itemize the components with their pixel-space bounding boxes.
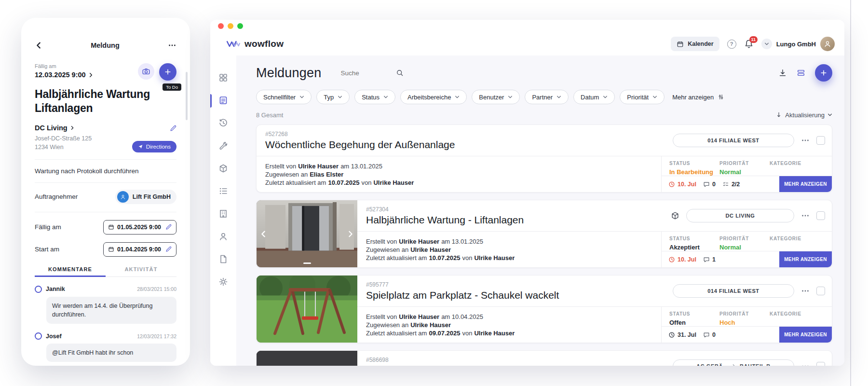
status-column-header: STATUS — [669, 311, 719, 317]
workspace-badge[interactable]: DC LIVING — [686, 209, 794, 222]
status-column-header: STATUS — [669, 161, 719, 166]
detail-menu-button[interactable] — [168, 41, 176, 50]
notification-count-badge: 11 — [749, 36, 758, 43]
more-filters-label: Mehr anzeigen — [672, 94, 714, 101]
due-date-link[interactable]: 12.03.2025 9:00 — [35, 71, 94, 79]
sidebar-item-users[interactable] — [218, 232, 228, 241]
card-checkbox[interactable] — [816, 287, 825, 295]
mehr-anzeigen-button[interactable]: MEHR ANZEIGEN — [779, 327, 832, 343]
file-icon — [218, 254, 228, 264]
comment-timestamp: 28/03/2021 15:00 — [137, 286, 176, 292]
workspace-badge[interactable]: 014 FILIALE WEST — [673, 284, 794, 298]
sidebar-item-meldungen[interactable] — [218, 96, 228, 105]
checklist-count: 2/2 — [722, 181, 740, 188]
card-checkbox[interactable] — [816, 211, 825, 220]
mehr-anzeigen-button[interactable]: MEHR ANZEIGEN — [779, 251, 832, 268]
filter-typ[interactable]: Typ — [316, 90, 350, 104]
meldung-card[interactable]: #586698 Jährliche Überprüfung - Rolltore… — [256, 350, 832, 366]
meldung-card[interactable]: #527268 Wöchentliche Begehung der Außena… — [256, 124, 832, 193]
ellipsis-icon — [801, 287, 810, 295]
priority-column-header: PRIORITÄT — [719, 161, 770, 166]
asset-cube-icon[interactable] — [671, 211, 679, 220]
sidebar-item-tools[interactable] — [218, 141, 228, 151]
card-checkbox[interactable] — [816, 362, 825, 366]
meldungen-icon — [218, 96, 228, 105]
directions-button[interactable]: Directions — [132, 141, 176, 152]
start-date-field-row: Start am 01.04.2025 9:00 — [35, 242, 176, 257]
status-value: In Bearbeitung — [669, 168, 719, 176]
sidebar-item-documents[interactable] — [218, 254, 228, 264]
card-menu-button[interactable] — [801, 211, 810, 220]
view-toggle-button[interactable] — [797, 69, 805, 77]
location-block[interactable]: DC Living Josef-DC-Straße 125 1234 Wien … — [35, 124, 176, 152]
priority-value: Hoch — [719, 319, 770, 326]
kalender-button[interactable]: Kalender — [671, 37, 719, 51]
search-input[interactable] — [340, 69, 391, 77]
meldung-card[interactable]: #527304 Halbjährliche Wartung - Liftanla… — [256, 200, 832, 268]
back-button[interactable] — [35, 41, 42, 49]
create-meldung-button[interactable] — [815, 64, 832, 82]
pencil-icon[interactable] — [165, 246, 172, 252]
priority-column-header: PRIORITÄT — [719, 311, 770, 317]
filter-prioritaet[interactable]: Priorität — [620, 90, 665, 104]
add-button[interactable] — [159, 63, 176, 81]
filter-arbeitsbereiche[interactable]: Arbeitsbereiche — [400, 90, 467, 104]
sidebar-item-assets[interactable] — [218, 164, 228, 173]
card-menu-button[interactable] — [801, 362, 810, 366]
sidebar-item-dashboard[interactable] — [218, 73, 228, 83]
priority-value: Normal — [719, 168, 770, 176]
notifications-button[interactable]: 11 — [744, 39, 754, 49]
tab-aktivitaet[interactable]: AKTIVITÄT — [106, 266, 176, 276]
sidebar-item-settings[interactable] — [218, 277, 228, 287]
meldungen-page: Meldungen Schnellfilter Typ Status — [236, 55, 844, 366]
card-menu-button[interactable] — [801, 287, 810, 295]
field-value: 01.04.2025 9:00 — [117, 246, 163, 253]
category-column-header: KATEGORIE — [770, 161, 820, 166]
sort-control[interactable]: Aktualisierung — [775, 111, 832, 119]
chevron-right-icon — [70, 125, 75, 130]
start-date-input[interactable]: 01.04.2025 9:00 — [103, 242, 176, 257]
filter-status[interactable]: Status — [354, 90, 395, 104]
meldung-card[interactable]: #595777 Spielplatz am Parkplatz - Schauk… — [256, 275, 832, 343]
tools-icon — [218, 141, 228, 151]
account-menu[interactable]: Lungo GmbH — [761, 37, 835, 51]
filter-schnellfilter[interactable]: Schnellfilter — [256, 90, 312, 104]
workspace-badge[interactable]: 014 FILIALE WEST — [673, 134, 794, 147]
sidebar-item-objects[interactable] — [218, 209, 228, 219]
meldung-title: Wöchentliche Begehung der Außenanlage — [265, 139, 455, 151]
tab-kommentare[interactable]: KOMMENTARE — [35, 266, 106, 276]
zoom-window-button[interactable] — [237, 23, 243, 29]
meta-created: Erstellt vonUlrike Hauseram 13.01.2025 — [366, 238, 654, 245]
sliders-icon — [718, 94, 724, 100]
more-filters-button[interactable]: Mehr anzeigen — [672, 94, 724, 101]
help-icon[interactable]: ? — [727, 40, 736, 49]
workspace-badge-label: 014 FILIALE WEST — [707, 288, 759, 294]
comment-avatar — [35, 286, 42, 293]
card-checkbox[interactable] — [816, 136, 825, 145]
filter-partner[interactable]: Partner — [525, 90, 569, 104]
camera-button[interactable] — [138, 63, 154, 80]
workspace-breadcrumb-badge[interactable]: AC GEBÄ... BAUTEIL B — [673, 359, 794, 366]
mehr-anzeigen-button[interactable]: MEHR ANZEIGEN — [779, 176, 832, 193]
search-icon[interactable] — [396, 69, 404, 77]
edit-location-button[interactable] — [170, 125, 176, 132]
chevron-down-icon — [508, 95, 513, 99]
sidebar-item-history[interactable] — [218, 118, 228, 128]
comment-author: Josef — [46, 333, 62, 340]
pencil-icon[interactable] — [165, 224, 172, 230]
export-button[interactable] — [778, 69, 787, 77]
carousel-next-button[interactable] — [347, 230, 354, 238]
due-date-input[interactable]: 01.05.2025 9:00 — [103, 220, 176, 234]
user-avatar[interactable] — [820, 37, 835, 51]
sidebar-item-checklists[interactable] — [218, 186, 228, 196]
card-menu-button[interactable] — [801, 136, 810, 145]
close-window-button[interactable] — [218, 23, 224, 29]
user-icon — [218, 232, 228, 241]
contractor-chip[interactable]: Lift Fit GmbH — [115, 190, 176, 204]
filter-benutzer[interactable]: Benutzer — [472, 90, 520, 104]
scrollbar[interactable] — [186, 72, 188, 120]
minimize-window-button[interactable] — [228, 23, 233, 29]
carousel-prev-button[interactable] — [259, 230, 267, 238]
filter-datum[interactable]: Datum — [573, 90, 615, 104]
comment: Jannik 28/03/2021 15:00 Wir werden am 14… — [35, 286, 176, 324]
